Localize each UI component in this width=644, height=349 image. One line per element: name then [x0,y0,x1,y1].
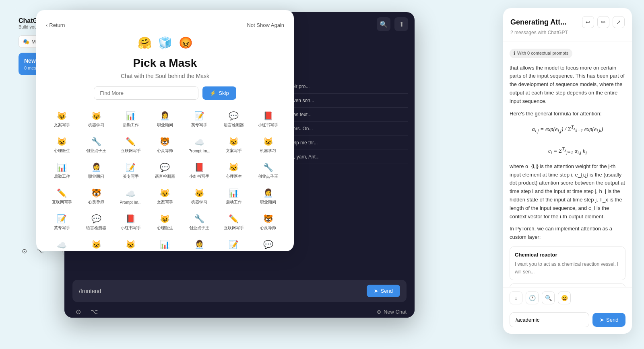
mask-item[interactable]: 📝英专写手 [46,211,78,234]
mask-item[interactable]: 📝英专写手 [184,108,215,131]
mask-emoji: 😺 [263,137,273,146]
mask-label: 英专写手 [191,122,207,128]
mask-label: 机器学习 [123,251,139,251]
right-chat-input[interactable] [510,312,589,327]
mask-label: 语言检测器 [224,122,244,128]
toolbar-search-btn[interactable]: 🔍 [542,292,555,304]
mask-search-input[interactable] [94,86,198,100]
mask-item[interactable]: 👩‍💼职业顾问 [184,236,215,251]
mask-item[interactable]: 🐯心灵导师 [149,133,181,157]
mask-item[interactable]: ☁️Prompt Im... [115,185,147,208]
mask-item[interactable]: 😺文案写手 [149,185,181,208]
mask-item[interactable]: ☁️Prompt Im... [46,236,78,251]
send-button[interactable]: ➤ Send [367,285,400,297]
mask-item[interactable]: 🔧创业点子王 [252,159,284,183]
mask-emoji: 👩‍💼 [263,188,273,198]
mask-item[interactable]: 😺机器学习 [184,185,215,208]
mask-modal: ‹ Return Not Show Again 🤗 🧊 😡 Pick a Mas… [36,10,294,251]
mask-label: 小红书写手 [121,225,141,231]
mask-label: 英专写手 [226,251,242,251]
share-button[interactable]: ↗ [613,16,625,28]
mask-item[interactable]: 💬语言检测器 [218,108,250,131]
mask-item[interactable]: 📊后勤工作 [46,159,78,183]
mask-item[interactable]: 😺文案写手 [218,133,250,157]
toolbar-clock-btn[interactable]: 🕐 [526,292,539,304]
mask-emoji: 😺 [229,137,239,146]
math-formula-block: αi,j = exp(ei,j) / ΣTxk=1 exp(ei,k) ci =… [510,123,625,157]
toolbar-down-btn[interactable]: ↓ [510,292,522,304]
mask-item[interactable]: ☁️Prompt Im... [184,133,215,157]
bottom-settings-icon[interactable]: ⊙ [72,306,84,317]
mask-item[interactable]: 🔧创业点子王 [80,133,112,157]
mask-item[interactable]: 📝英专写手 [115,159,147,183]
mask-emoji: 💬 [160,162,170,172]
dark-search-icon[interactable]: 🔍 [377,17,390,31]
chevron-left-icon: ‹ [46,22,47,28]
mask-item[interactable]: 💬语言检测器 [252,236,284,251]
right-send-button[interactable]: ➤ Send [592,313,625,327]
new-chat-dark-button[interactable]: ⊕ New Chat [377,309,407,315]
mask-item[interactable]: 😺文案写手 [80,236,112,251]
settings-icon[interactable]: ⊙ [19,246,30,257]
emoji-3: 😡 [179,36,193,49]
mask-item[interactable]: 😺心理医生 [218,159,250,183]
mask-item[interactable]: 🐯心灵导师 [252,211,284,234]
mask-item[interactable]: 👩‍💼职业顾问 [149,108,181,131]
mask-item[interactable]: 😺心理医生 [46,133,78,157]
edit-button[interactable]: ✏ [597,16,609,28]
right-subtitle: 2 messages with ChatGPT [510,30,625,35]
mask-item[interactable]: 👩‍💼职业顾问 [252,185,284,208]
mask-item[interactable]: 🔧创业点子王 [184,211,215,234]
bottom-github-icon[interactable]: ⌥ [89,306,100,317]
mask-item[interactable]: ✏️互联网写手 [218,211,250,234]
mask-item[interactable]: 📊后勤工作 [115,108,147,131]
mask-label: 职业顾问 [260,199,276,205]
mask-label: 语言检测器 [155,174,175,179]
mask-label: 语言检测器 [86,225,106,231]
mask-label: 后勤工作 [54,174,70,179]
mask-emoji: ✏️ [126,137,136,146]
mask-item[interactable]: 📕小红书写手 [184,159,215,183]
mask-label: 英专写手 [54,225,70,231]
mask-item[interactable]: ✏️互联网写手 [115,133,147,157]
mask-item[interactable]: 📕小红书写手 [252,108,284,131]
mask-label: 文案写手 [226,148,242,154]
return-button[interactable]: ‹ Return [46,22,65,28]
mask-item[interactable]: 🐯心灵导师 [80,185,112,208]
mask-item[interactable]: 💬语言检测器 [149,159,181,183]
mask-emoji: 📕 [263,111,273,121]
mask-emoji: ✏️ [229,214,239,224]
undo-button[interactable]: ↩ [582,16,594,28]
explanation-text: where α_{i,j} is the attention weight fo… [510,162,625,221]
mask-emoji: 📝 [126,162,136,172]
skip-button[interactable]: ⚡ Skip [202,86,236,100]
mask-label: 心灵导师 [88,199,104,205]
mask-item[interactable]: 😺机器学习 [115,236,147,251]
mask-emoji: 📝 [194,111,204,121]
mask-label: 职业顾问 [157,122,173,128]
mask-item[interactable]: 😺文案写手 [46,108,78,131]
not-show-button[interactable]: Not Show Again [247,22,284,28]
mask-emoji: 😺 [160,214,170,224]
prompt-card-1[interactable]: Chemical reactor I want you to act as a … [510,246,625,280]
mask-emoji: 🔧 [91,137,101,146]
mask-emoji: 📊 [229,188,239,198]
mask-item[interactable]: ✏️互联网写手 [46,185,78,208]
mask-item[interactable]: 😺机器学习 [80,108,112,131]
mask-item[interactable]: 😺机器学习 [252,133,284,157]
mask-item[interactable]: 💬语言检测器 [80,211,112,234]
mask-item[interactable]: 📝英专写手 [218,236,250,251]
mask-emoji: 📊 [57,162,67,172]
mask-item[interactable]: 📕小红书写手 [115,211,147,234]
toolbar-emoji-btn[interactable]: 😀 [558,292,571,304]
right-title-row: Generating Att... ↩ ✏ ↗ [510,16,625,28]
mask-item[interactable]: 📊启动工作 [218,185,250,208]
formula-1: αi,j = exp(ei,j) / ΣTxk=1 exp(ei,k) [510,123,625,136]
mask-label: 职业顾问 [191,251,207,251]
mask-item[interactable]: 😺心理医生 [149,211,181,234]
prompt-card-2[interactable]: Academician I want you to act as an acad… [510,283,625,287]
formula-label: Here's the general formula for attention… [510,110,625,118]
mask-item[interactable]: 📊启动工作 [149,236,181,251]
mask-item[interactable]: 👩‍💼职业顾问 [80,159,112,183]
dark-upload-icon[interactable]: ⬆ [394,17,408,31]
